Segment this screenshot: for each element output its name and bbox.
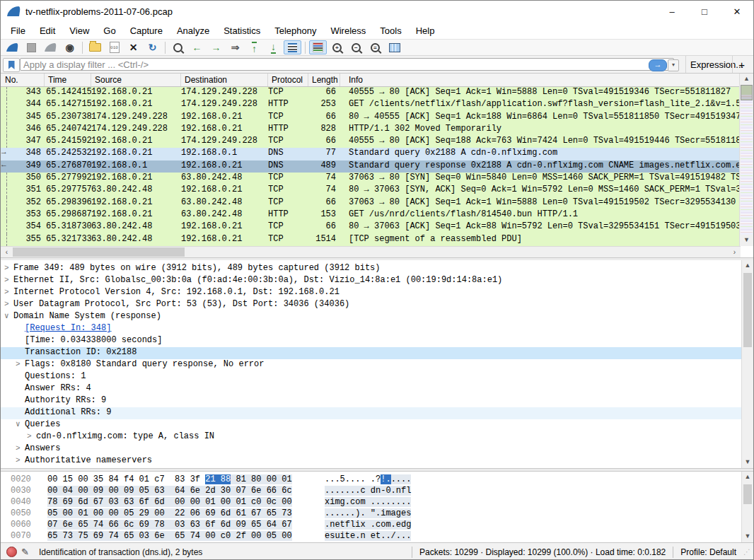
- stop-capture-button[interactable]: [23, 40, 40, 54]
- hex-ascii[interactable]: ...5.... .?!.....: [325, 474, 411, 484]
- packet-row-345[interactable]: 34565.230738174.129.249.228192.168.0.21T…: [1, 112, 741, 124]
- menu-item-file[interactable]: File: [4, 23, 33, 39]
- packet-row-353[interactable]: 35365.298687192.168.0.2163.80.242.48HTTP…: [1, 209, 741, 221]
- detail-line-14[interactable]: >cdn-0.nflximg.com: type A, class IN: [1, 431, 743, 443]
- bytes-scroll-up-icon[interactable]: ▲: [742, 472, 753, 483]
- hscroll-thumb[interactable]: [13, 247, 185, 257]
- details-scroll-up-icon[interactable]: ▲: [742, 260, 753, 272]
- resize-grip-icon[interactable]: ⋰: [743, 548, 753, 556]
- zoom-in-button[interactable]: +: [328, 40, 346, 54]
- detail-line-16[interactable]: >Authoritative nameservers: [1, 455, 743, 467]
- hex-bytes[interactable]: 65 73 75 69 74 65 03 6e 65 74 00 c0 2f 0…: [47, 531, 311, 541]
- minimize-button[interactable]: –: [656, 1, 688, 22]
- packet-list-vscrollbar[interactable]: ▲ ▼: [739, 74, 753, 246]
- open-file-button[interactable]: [86, 40, 104, 54]
- colorize-button[interactable]: [309, 40, 327, 54]
- menu-item-statistics[interactable]: Statistics: [216, 23, 267, 39]
- details-vscrollbar[interactable]: ▲ ▼: [741, 260, 753, 468]
- scroll-up-icon[interactable]: ▲: [740, 74, 753, 85]
- expander-icon[interactable]: >: [4, 276, 13, 284]
- bytes-scroll-down-icon[interactable]: ▼: [742, 531, 753, 542]
- go-to-packet-button[interactable]: ⇒: [226, 40, 244, 54]
- hex-bytes[interactable]: 05 00 01 00 00 05 29 00 22 06 69 6d 61 6…: [47, 508, 311, 518]
- column-header-no[interactable]: No.: [1, 74, 45, 86]
- detail-line-6[interactable]: [Time: 0.034338000 seconds]: [1, 335, 743, 347]
- close-file-button[interactable]: ✕: [124, 40, 142, 54]
- hex-bytes[interactable]: 00 04 00 09 00 09 05 63 64 6e 2d 30 07 6…: [47, 486, 311, 496]
- capture-comment-icon[interactable]: ✎: [21, 547, 29, 557]
- packet-row-343[interactable]: 34365.142415192.168.0.21174.129.249.228T…: [1, 87, 741, 99]
- go-back-button[interactable]: ←: [188, 40, 206, 54]
- expander-icon[interactable]: >: [4, 264, 13, 272]
- hex-ascii[interactable]: .......c dn-0.nfl: [325, 486, 411, 496]
- column-header-source[interactable]: Source: [91, 74, 181, 86]
- expander-icon[interactable]: >: [4, 288, 13, 296]
- reload-file-button[interactable]: ↻: [144, 40, 161, 54]
- bytes-vscroll-thumb[interactable]: [743, 484, 752, 504]
- packet-list-hscrollbar[interactable]: ‹ ›: [1, 246, 741, 257]
- detail-line-13[interactable]: ∨Queries: [1, 419, 743, 431]
- expander-icon[interactable]: >: [4, 300, 13, 308]
- restart-capture-button[interactable]: [42, 40, 59, 54]
- expander-icon[interactable]: ∨: [16, 419, 25, 428]
- hex-row-0050[interactable]: 005005 00 01 00 00 05 29 00 22 06 69 6d …: [1, 508, 743, 520]
- hex-ascii[interactable]: ......). ".images: [325, 508, 411, 518]
- detail-line-2[interactable]: >Internet Protocol Version 4, Src: 192.1…: [1, 287, 743, 299]
- menu-item-go[interactable]: Go: [96, 23, 122, 39]
- menu-item-view[interactable]: View: [62, 23, 96, 39]
- filter-bookmark-button[interactable]: [3, 58, 20, 72]
- hex-ascii[interactable]: esuite.n et../...: [325, 531, 411, 541]
- detail-line-10[interactable]: Answer RRs: 4: [1, 383, 743, 395]
- expander-icon[interactable]: >: [16, 456, 25, 465]
- add-filter-button[interactable]: +: [732, 56, 750, 73]
- menu-item-analyze[interactable]: Analyze: [170, 23, 216, 39]
- scroll-down-icon[interactable]: ▼: [740, 235, 753, 246]
- column-header-info[interactable]: Info: [340, 74, 741, 86]
- packet-row-347[interactable]: 34765.241592192.168.0.21174.129.249.228T…: [1, 136, 741, 148]
- packet-row-350[interactable]: 35065.277992192.168.0.2163.80.242.48TCP7…: [1, 173, 741, 185]
- menu-item-telephony[interactable]: Telephony: [267, 23, 323, 39]
- detail-line-3[interactable]: >User Datagram Protocol, Src Port: 53 (5…: [1, 299, 743, 311]
- display-filter-input[interactable]: [20, 58, 674, 71]
- zoom-out-button[interactable]: −: [347, 40, 365, 54]
- hex-ascii[interactable]: .netflix .com.edg: [325, 520, 411, 530]
- details-scroll-down-icon[interactable]: ▼: [742, 457, 753, 468]
- filter-dropdown-button[interactable]: ▾: [668, 59, 679, 71]
- hex-row-0040[interactable]: 004078 69 6d 67 03 63 6f 6d 00 00 01 00 …: [1, 497, 743, 508]
- packet-row-348[interactable]: →34865.242532192.168.0.21192.168.0.1DNS7…: [1, 148, 741, 160]
- detail-line-5[interactable]: [Request In: 348]: [1, 323, 743, 335]
- column-header-length[interactable]: Length: [308, 74, 340, 86]
- start-capture-button[interactable]: [4, 40, 21, 54]
- scroll-left-icon[interactable]: ‹: [1, 247, 13, 258]
- detail-line-4[interactable]: ∨Domain Name System (response): [1, 311, 743, 323]
- hex-ascii[interactable]: ximg.com ........: [325, 497, 411, 507]
- column-header-destination[interactable]: Destination: [181, 74, 268, 86]
- zoom-reset-button[interactable]: =: [366, 40, 384, 54]
- hex-row-0070[interactable]: 007065 73 75 69 74 65 03 6e 65 74 00 c0 …: [1, 531, 743, 542]
- detail-line-12[interactable]: Additional RRs: 9: [1, 407, 743, 419]
- column-header-time[interactable]: Time: [45, 74, 91, 86]
- hex-row-0020[interactable]: 002000 15 00 35 84 f4 01 c7 83 3f 21 88 …: [1, 474, 743, 486]
- hex-bytes[interactable]: 78 69 6d 67 03 63 6f 6d 00 00 01 00 01 c…: [47, 497, 311, 507]
- maximize-button[interactable]: □: [688, 1, 721, 22]
- go-forward-button[interactable]: →: [207, 40, 225, 54]
- packet-row-346[interactable]: 34665.240742174.129.249.228192.168.0.21H…: [1, 124, 741, 136]
- vscroll-thumb[interactable]: [741, 85, 753, 100]
- capture-options-button[interactable]: ◉: [61, 40, 79, 54]
- menu-item-help[interactable]: Help: [409, 23, 442, 39]
- packet-minimap[interactable]: [741, 85, 753, 235]
- go-to-top-button[interactable]: ↑: [245, 40, 263, 54]
- bytes-vscrollbar[interactable]: ▲ ▼: [741, 472, 753, 542]
- packet-row-354[interactable]: 35465.31873063.80.242.48192.168.0.21TCP6…: [1, 221, 741, 233]
- detail-line-11[interactable]: Authority RRs: 9: [1, 395, 743, 407]
- find-packet-button[interactable]: [169, 40, 187, 54]
- packet-row-355[interactable]: 35565.32173363.80.242.48192.168.0.21TCP1…: [1, 234, 741, 246]
- detail-line-7[interactable]: Transaction ID: 0x2188: [1, 347, 743, 359]
- apply-filter-button[interactable]: →: [649, 59, 667, 71]
- details-vscroll-thumb[interactable]: [743, 273, 752, 347]
- status-profile[interactable]: Profile: Default: [676, 547, 743, 557]
- detail-line-0[interactable]: >Frame 349: 489 bytes on wire (3912 bits…: [1, 263, 743, 275]
- scroll-right-icon[interactable]: ›: [729, 247, 741, 258]
- expander-icon[interactable]: >: [16, 444, 25, 453]
- detail-line-15[interactable]: >Answers: [1, 443, 743, 455]
